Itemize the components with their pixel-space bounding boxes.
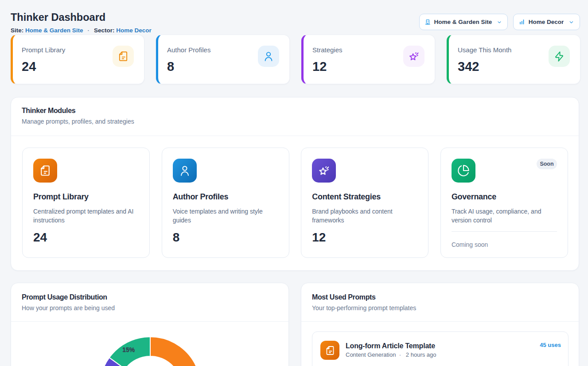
svg-text:15%: 15% (122, 346, 135, 353)
